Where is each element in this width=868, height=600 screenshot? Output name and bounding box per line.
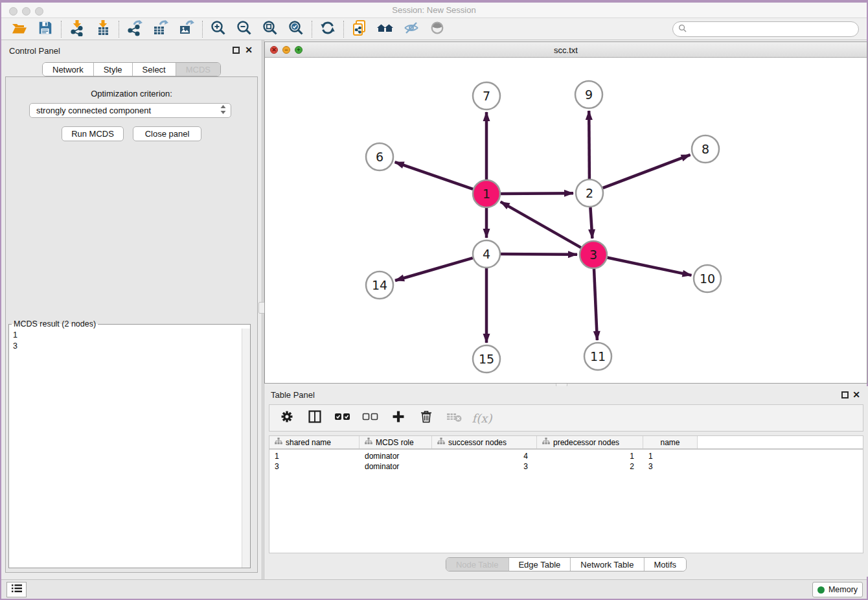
close-table-panel-icon[interactable]: ✕: [852, 389, 860, 400]
clone-network-button[interactable]: [347, 19, 372, 39]
table-cell[interactable]: 4: [432, 452, 537, 461]
table-cell[interactable]: 1: [269, 452, 360, 461]
tab-network-table[interactable]: Network Table: [570, 558, 643, 571]
node-4[interactable]: 4: [473, 240, 500, 268]
edge-4-14[interactable]: [395, 258, 473, 281]
eye-icon: [429, 20, 445, 38]
gear-icon: [280, 410, 294, 426]
node-9[interactable]: 9: [575, 81, 602, 108]
edge-3-1[interactable]: [501, 202, 581, 248]
hide-glasses-button[interactable]: [398, 19, 424, 39]
close-panel-button[interactable]: Close panel: [133, 126, 201, 141]
tab-network[interactable]: Network: [43, 63, 93, 76]
refresh-layout-button[interactable]: [315, 19, 341, 39]
control-panel: Control Panel ✕ Network Style Select MCD…: [1, 40, 262, 579]
plus-icon: [391, 410, 405, 426]
table-row[interactable]: 3dominator323: [269, 461, 863, 472]
zoom-out-button[interactable]: [231, 19, 257, 39]
edge-1-6[interactable]: [395, 162, 474, 189]
edge-1-2[interactable]: [501, 193, 573, 194]
tab-style[interactable]: Style: [93, 63, 132, 76]
tab-node-table[interactable]: Node Table: [446, 558, 508, 571]
function-builder-button[interactable]: f(x): [472, 408, 492, 428]
delete-table-button[interactable]: [444, 408, 464, 428]
control-panel-title: Control Panel: [9, 46, 60, 56]
column-header-MCDS-role[interactable]: MCDS role: [360, 436, 432, 448]
zoom-selected-button[interactable]: [283, 19, 309, 39]
table-panel: Table Panel ✕ f(x) shared nameMCDS roles…: [264, 386, 868, 577]
import-table-button[interactable]: [90, 19, 116, 39]
control-panel-tabs: Network Style Select MCDS: [42, 62, 221, 76]
export-table-button[interactable]: [148, 19, 174, 39]
edge-3-10[interactable]: [608, 258, 692, 275]
zoom-fit-icon: [262, 19, 279, 39]
column-header-label: MCDS role: [376, 438, 414, 447]
tab-mcds[interactable]: MCDS: [176, 63, 220, 76]
table-cell[interactable]: 3: [643, 462, 698, 471]
deselect-all-button[interactable]: [361, 408, 380, 428]
search-box[interactable]: [672, 21, 859, 37]
create-column-button[interactable]: [389, 408, 408, 428]
column-header-shared-name[interactable]: shared name: [269, 436, 360, 448]
tab-select[interactable]: Select: [132, 63, 176, 76]
node-10[interactable]: 10: [694, 265, 721, 292]
float-table-panel-icon[interactable]: [841, 391, 849, 398]
edge-4-3[interactable]: [501, 254, 577, 255]
node-3[interactable]: 3: [580, 241, 607, 268]
node-14[interactable]: 14: [366, 271, 393, 299]
float-panel-icon[interactable]: [233, 47, 240, 54]
table-options-button[interactable]: [277, 408, 297, 428]
zoom-fit-button[interactable]: [257, 19, 283, 39]
search-input[interactable]: [690, 25, 858, 34]
column-header-name[interactable]: name: [643, 436, 698, 448]
open-session-button[interactable]: [6, 19, 32, 39]
table-cell[interactable]: 3: [269, 462, 360, 471]
close-panel-icon[interactable]: ✕: [245, 45, 253, 55]
edge-2-3[interactable]: [590, 207, 592, 238]
node-6[interactable]: 6: [366, 143, 393, 170]
save-session-button[interactable]: [32, 19, 58, 39]
tab-edge-table[interactable]: Edge Table: [508, 558, 570, 571]
select-all-button[interactable]: [333, 408, 352, 428]
edge-3-11[interactable]: [594, 269, 597, 340]
toolbar-separator: [312, 21, 312, 38]
table-cell[interactable]: dominator: [360, 452, 432, 461]
toolbar-separator: [119, 21, 119, 38]
memory-status-icon: [817, 586, 825, 594]
export-image-button[interactable]: [174, 19, 200, 39]
network-window-titlebar[interactable]: ✕ − + scc.txt: [265, 42, 867, 58]
table-cell[interactable]: dominator: [360, 462, 432, 471]
column-header-predecessor-nodes[interactable]: predecessor nodes: [537, 436, 643, 448]
node-15[interactable]: 15: [473, 345, 500, 373]
zoom-in-button[interactable]: [205, 19, 231, 39]
table-row[interactable]: 1dominator411: [269, 451, 863, 461]
table-cell[interactable]: 1: [643, 452, 698, 461]
memory-button[interactable]: Memory: [812, 582, 863, 597]
node-1[interactable]: 1: [473, 180, 500, 207]
column-header-filler: [698, 436, 863, 448]
criterion-select[interactable]: strongly connected component: [29, 103, 231, 118]
import-network-button[interactable]: [64, 19, 90, 39]
edge-2-9[interactable]: [589, 111, 589, 179]
table-panel-title: Table Panel: [271, 390, 315, 400]
show-eye-button[interactable]: [424, 19, 450, 39]
network-canvas[interactable]: 7968124314101511: [265, 58, 867, 383]
home-button[interactable]: [372, 19, 398, 39]
node-7[interactable]: 7: [473, 82, 500, 110]
delete-column-button[interactable]: [417, 408, 436, 428]
table-cell[interactable]: 3: [432, 462, 537, 471]
node-11[interactable]: 11: [584, 343, 611, 370]
run-mcds-button[interactable]: Run MCDS: [62, 126, 124, 141]
edge-2-8[interactable]: [603, 155, 691, 188]
task-history-button[interactable]: [6, 582, 27, 597]
node-2[interactable]: 2: [576, 179, 603, 207]
tab-motifs[interactable]: Motifs: [643, 558, 686, 571]
column-header-successor-nodes[interactable]: successor nodes: [432, 436, 537, 448]
node-8[interactable]: 8: [692, 135, 719, 163]
export-network-button[interactable]: [122, 19, 148, 39]
result-scrollbar[interactable]: [242, 329, 250, 568]
delete-table-icon: [446, 408, 463, 428]
show-column-button[interactable]: [305, 408, 325, 428]
table-cell[interactable]: 1: [537, 452, 643, 461]
table-cell[interactable]: 2: [537, 462, 643, 471]
